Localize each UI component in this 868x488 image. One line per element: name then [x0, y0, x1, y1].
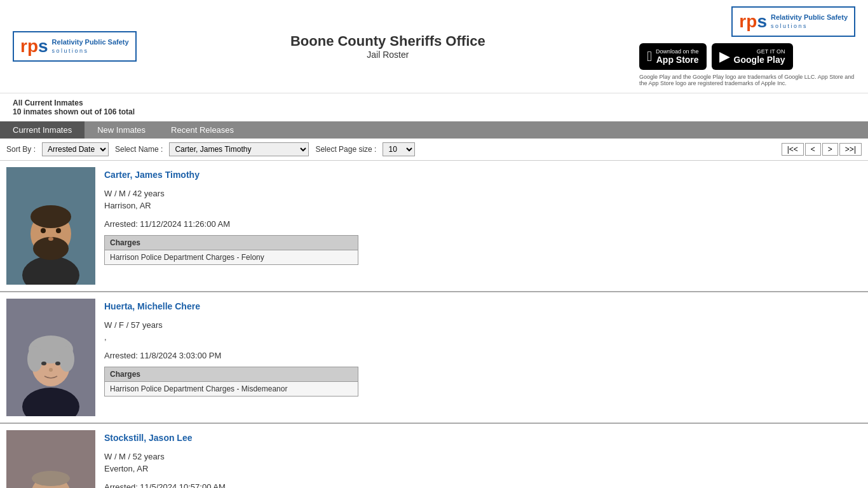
inmate-arrested-2: Arrested: 11/8/2024 3:03:00 PM	[104, 351, 862, 360]
tab-current-inmates[interactable]: Current Inmates	[0, 121, 85, 139]
svg-point-5	[41, 228, 46, 233]
inmate-location-2: ,	[104, 332, 862, 342]
tab-bar: Current Inmates New Inmates Recent Relea…	[0, 121, 868, 139]
sort-by-label: Sort By :	[6, 145, 36, 154]
svg-point-13	[59, 346, 74, 372]
inmate-details-2: Huerta, Michelle Chere W / F / 57 years …	[104, 299, 862, 416]
inmate-arrested-1: Arrested: 11/12/2024 11:26:00 AM	[104, 219, 862, 229]
first-page-button[interactable]: |<<	[782, 143, 804, 156]
inmate-demo-1: W / M / 42 years	[104, 189, 862, 198]
charges-header-1: Charges	[105, 236, 358, 250]
left-logo: rps Relativity Public Safety s o l u t i…	[13, 31, 137, 62]
inmate-photo-svg-2	[6, 299, 95, 416]
inmate-details-3: Stockstill, Jason Lee W / M / 52 years E…	[104, 430, 862, 488]
page-size-label: Select Page size :	[315, 145, 376, 154]
app-store-button[interactable]:  Download on the App Store	[639, 43, 707, 70]
tab-new-inmates[interactable]: New Inmates	[85, 121, 158, 139]
right-logo-rps-text: rps	[739, 11, 767, 32]
logo-rps-text: rps	[20, 36, 48, 57]
inmate-name-2[interactable]: Huerta, Michelle Chere	[104, 301, 862, 311]
svg-point-14	[41, 362, 46, 365]
inmate-summary-area: All Current Inmates 10 inmates shown out…	[0, 93, 868, 121]
inmate-arrested-3: Arrested: 11/5/2024 10:57:00 AM	[104, 482, 862, 488]
app-store-area:  Download on the App Store ▶ GET IT ON …	[639, 43, 855, 86]
inmate-list: Carter, James Timothy W / M / 42 years H…	[0, 161, 868, 488]
svg-point-16	[49, 368, 53, 372]
inmate-photo-1	[6, 167, 95, 285]
charges-row-2: Harrison Police Department Charges - Mis…	[105, 382, 358, 396]
sort-by-select[interactable]: Arrested Date Name	[42, 142, 109, 156]
google-play-icon: ▶	[719, 48, 730, 65]
inmate-photo-3	[6, 430, 95, 488]
inmate-demo-3: W / M / 52 years	[104, 452, 862, 461]
table-row: Huerta, Michelle Chere W / F / 57 years …	[0, 292, 868, 424]
last-page-button[interactable]: >>|	[839, 143, 862, 156]
inmate-location-3: Everton, AR	[104, 464, 862, 473]
tab-recent-releases[interactable]: Recent Releases	[158, 121, 247, 139]
app-buttons-group:  Download on the App Store ▶ GET IT ON …	[639, 43, 855, 70]
inmate-photo-2	[6, 299, 95, 416]
select-name-select[interactable]: Carter, James Timothy	[169, 142, 309, 156]
prev-page-button[interactable]: <	[805, 143, 821, 156]
inmate-name-3[interactable]: Stockstill, Jason Lee	[104, 433, 862, 443]
right-logo-tagline: Relativity Public Safety s o l u t i o n…	[771, 13, 848, 30]
svg-point-15	[55, 362, 60, 365]
table-row: Stockstill, Jason Lee W / M / 52 years E…	[0, 424, 868, 488]
inmate-photo-svg-1	[6, 167, 95, 285]
inmate-location-1: Harrison, AR	[104, 201, 862, 210]
next-page-button[interactable]: >	[822, 143, 838, 156]
right-logo: rps Relativity Public Safety s o l u t i…	[731, 6, 855, 37]
inmate-demo-2: W / F / 57 years	[104, 320, 862, 330]
svg-point-3	[31, 205, 71, 228]
charges-header-2: Charges	[105, 367, 358, 382]
page-size-select[interactable]: 10 25 50 100	[383, 142, 415, 156]
inmate-count-line1: All Current Inmates	[13, 98, 855, 107]
svg-point-12	[27, 346, 43, 372]
inmate-count-line2: 10 inmates shown out of 106 total	[13, 107, 855, 116]
page-header: rps Relativity Public Safety s o l u t i…	[0, 0, 868, 93]
controls-bar: Sort By : Arrested Date Name Select Name…	[0, 139, 868, 161]
google-play-button[interactable]: ▶ GET IT ON Google Play	[712, 43, 793, 70]
table-row: Carter, James Timothy W / M / 42 years H…	[0, 161, 868, 292]
apple-icon: 	[647, 48, 652, 65]
roster-subtitle: Jail Roster	[290, 50, 485, 60]
app-disclaimer: Google Play and the Google Play logo are…	[639, 74, 855, 86]
inmate-charges-table-1: Charges Harrison Police Department Charg…	[104, 235, 358, 265]
svg-point-7	[48, 237, 53, 241]
svg-point-6	[56, 228, 61, 233]
inmate-charges-table-2: Charges Harrison Police Department Charg…	[104, 367, 358, 396]
inmate-name-1[interactable]: Carter, James Timothy	[104, 170, 862, 180]
logo-tagline: Relativity Public Safety s o l u t i o n…	[52, 37, 129, 55]
charges-row-1: Harrison Police Department Charges - Fel…	[105, 250, 358, 264]
svg-point-20	[32, 471, 70, 486]
inmate-details-1: Carter, James Timothy W / M / 42 years H…	[104, 167, 862, 285]
pagination-controls: |<< < > >>|	[782, 143, 862, 156]
header-title-area: Boone County Sheriffs Office Jail Roster	[290, 33, 485, 60]
select-name-label: Select Name :	[115, 145, 163, 154]
inmate-photo-svg-3	[6, 430, 95, 488]
agency-title: Boone County Sheriffs Office	[290, 33, 485, 50]
